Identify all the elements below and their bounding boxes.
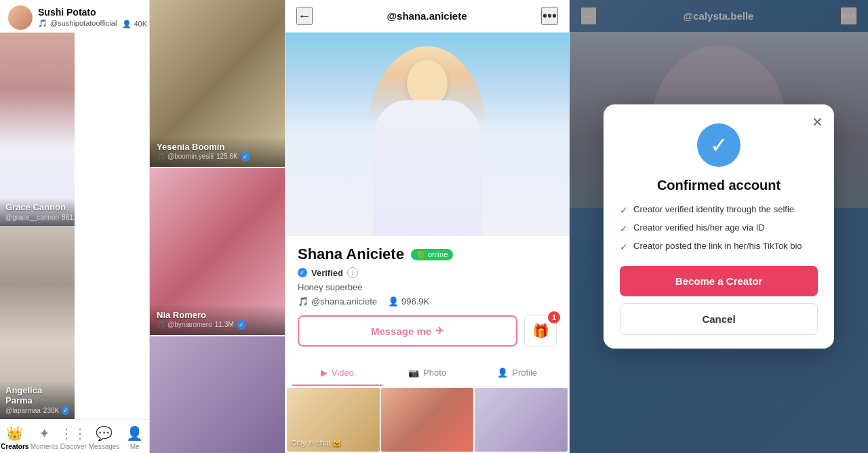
profile-name: Shana Aniciete (298, 245, 404, 263)
right-panel: ← @calysta.belle ••• ✕ ✓ Confirmed accou… (570, 0, 868, 453)
nav-item-moments[interactable]: ✦ Moments (31, 425, 58, 450)
middle-panel: Yesenia Boomin 🎵 @boomin.yesiii 125.6K ✓… (149, 0, 285, 453)
bottom-nav: 👑 Creators ✦ Moments ⋮⋮ Discover 💬 Messa… (0, 419, 149, 453)
verified-badge-profile: ✓ (298, 268, 307, 277)
profile-info: Shana Aniciete 🟢 online ✓ Verified i Hon… (285, 236, 569, 361)
creator-card-bottom[interactable] (150, 336, 285, 453)
moments-icon: ✦ (39, 425, 50, 441)
thumb-3[interactable] (475, 388, 568, 452)
follower-count: 996.9K (401, 296, 429, 307)
video-tab-icon: ▶ (321, 368, 328, 378)
profile-tab-label: Profile (512, 368, 537, 378)
avatar (8, 5, 33, 30)
card-followers-nia: 11.3M (215, 321, 234, 328)
creator-card-yesenia[interactable]: Yesenia Boomin 🎵 @boomin.yesiii 125.6K ✓ (150, 0, 285, 167)
card-name-angelica: Angelica Parma (5, 385, 69, 406)
gift-button[interactable]: 🎁 1 (524, 315, 557, 347)
become-creator-button[interactable]: Become a Creator (620, 266, 818, 296)
header-handle: 🎵 @sushipotatoofficial (38, 19, 117, 28)
verified-text: Verified (311, 268, 343, 278)
photo-tab-label: Photo (423, 368, 446, 378)
back-button[interactable]: ← (296, 7, 313, 25)
nav-label-discover: Discover (60, 443, 87, 450)
nav-label-moments: Moments (31, 443, 58, 450)
nav-label-messages: Messages (89, 443, 120, 450)
nav-item-me[interactable]: 👤 Me (121, 425, 149, 450)
photo-tab-icon: 📷 (408, 368, 419, 378)
creators-icon: 👑 (6, 425, 23, 441)
card-followers-angelica: 230K (43, 407, 59, 414)
card-name-grace: Grace Cannon (5, 202, 69, 212)
creator-card-nia[interactable]: Nia Romero 🎵 @byniaromero 11.3M ✓ (150, 168, 285, 335)
verified-icon-angelica: ✓ (62, 406, 69, 415)
creator-card-grace[interactable]: Grace Cannon @grace__cannon 861.6K ✓ (0, 33, 75, 226)
nav-label-me: Me (130, 443, 140, 450)
nav-label-creators: Creators (1, 443, 28, 450)
notification-badge: 1 (548, 311, 560, 323)
card-followers-grace: 861.6K (62, 214, 75, 221)
video-tab-label: Video (332, 368, 354, 378)
thumb-1[interactable]: Only in chat 🐱 (287, 388, 380, 452)
check-item-3: ✓ Creator posted the link in her/his Tik… (620, 241, 818, 252)
chat-panel: ← @shana.aniciete ••• Shana Aniciete 🟢 o… (285, 0, 570, 453)
check-icon-1: ✓ (620, 205, 628, 216)
content-thumbnails: Only in chat 🐱 (285, 387, 569, 453)
nav-item-discover[interactable]: ⋮⋮ Discover (60, 425, 87, 450)
header-followers: 👤 40K ✓ (122, 19, 149, 28)
gift-icon: 🎁 (532, 323, 549, 339)
confirmed-account-modal: ✕ ✓ Confirmed account ✓ Creator verified… (604, 104, 834, 349)
me-icon: 👤 (126, 425, 143, 441)
card-handle-angelica: @laparmaa (5, 407, 41, 414)
more-button[interactable]: ••• (541, 7, 558, 25)
tab-photo[interactable]: 📷 Photo (382, 361, 473, 386)
creator-grid: Grace Cannon @grace__cannon 861.6K ✓ Ang… (0, 33, 149, 419)
nav-item-messages[interactable]: 💬 Messages (89, 425, 120, 450)
creator-card-angelica[interactable]: Angelica Parma @laparmaa 230K ✓ (0, 226, 75, 419)
verified-icon-yesenia: ✓ (241, 152, 250, 161)
chat-header: ← @shana.aniciete ••• (285, 0, 569, 33)
modal-verified-icon: ✓ (697, 123, 741, 167)
creator-header: Sushi Potato 🎵 @sushipotatoofficial 👤 40… (0, 0, 149, 33)
header-name: Sushi Potato (38, 7, 149, 18)
card-handle-grace: @grace__cannon (5, 214, 59, 221)
verified-icon-nia: ✓ (237, 320, 246, 330)
discover-icon: ⋮⋮ (60, 425, 87, 441)
modal-check-list: ✓ Creator verified identity through the … (620, 204, 818, 252)
thumb-1-label: Only in chat 🐱 (291, 439, 342, 448)
online-badge: 🟢 online (411, 249, 453, 260)
check-item-1: ✓ Creator verified identity through the … (620, 204, 818, 216)
chat-profile-photo (285, 33, 569, 236)
card-handle-nia: @byniaromero (167, 321, 212, 328)
cancel-button[interactable]: Cancel (620, 303, 818, 335)
profile-tab-icon: 👤 (497, 368, 508, 378)
chat-tabs: ▶ Video 📷 Photo 👤 Profile (285, 361, 569, 387)
nav-item-creators[interactable]: 👑 Creators (1, 425, 28, 450)
profile-stats: 🎵 @shana.aniciete 👤 996.9K (298, 296, 557, 307)
check-item-2: ✓ Creator verified his/her age via ID (620, 222, 818, 234)
left-panel: Sushi Potato 🎵 @sushipotatoofficial 👤 40… (0, 0, 149, 453)
modal-close-button[interactable]: ✕ (812, 114, 823, 130)
message-button[interactable]: Message me ✈ (298, 315, 517, 347)
tab-profile[interactable]: 👤 Profile (472, 361, 562, 386)
send-icon: ✈ (435, 325, 444, 337)
modal-overlay[interactable]: ✕ ✓ Confirmed account ✓ Creator verified… (570, 0, 868, 453)
check-icon-2: ✓ (620, 223, 628, 234)
card-name-nia: Nia Romero (157, 310, 278, 320)
modal-title: Confirmed account (620, 178, 818, 193)
tiktok-handle: @shana.aniciete (311, 296, 377, 307)
thumb-2[interactable] (381, 388, 474, 452)
card-handle-yesenia: @boomin.yesiii (167, 153, 214, 160)
card-name-yesenia: Yesenia Boomin (157, 142, 278, 152)
messages-icon: 💬 (96, 425, 113, 441)
chat-username: @shana.aniciete (319, 10, 534, 22)
tab-video[interactable]: ▶ Video (292, 361, 382, 386)
info-icon[interactable]: i (347, 267, 358, 278)
check-icon-3: ✓ (620, 241, 628, 252)
bio-text: Honey superbee (298, 282, 557, 292)
card-followers-yesenia: 125.6K (216, 153, 238, 160)
